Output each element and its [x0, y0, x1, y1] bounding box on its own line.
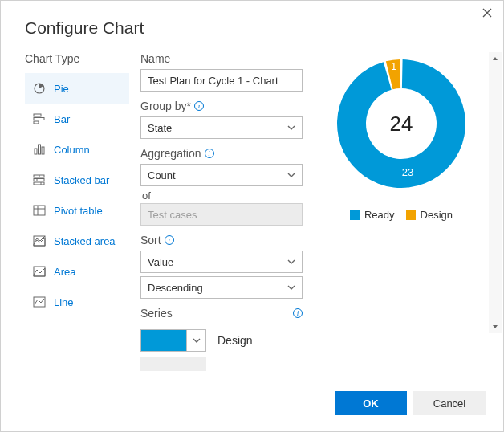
stacked-bar-icon	[33, 173, 46, 186]
chart-type-pivot-table[interactable]: Pivot table	[25, 195, 129, 226]
donut-slice-label: 23	[402, 166, 413, 178]
svg-rect-18	[34, 297, 45, 307]
chart-type-label-text: Column	[54, 144, 90, 156]
chart-type-label-text: Bar	[54, 113, 70, 125]
chart-type-bar[interactable]: Bar	[25, 104, 129, 134]
vertical-scrollbar[interactable]	[489, 52, 502, 333]
chevron-down-icon	[287, 124, 295, 132]
chevron-down-icon	[287, 283, 295, 291]
chart-type-label-text: Area	[54, 266, 75, 278]
series-color-select[interactable]	[140, 329, 206, 352]
chart-type-label-text: Line	[54, 296, 74, 308]
chevron-down-icon	[287, 171, 295, 179]
of-field-disabled: Test cases	[140, 203, 303, 226]
info-icon[interactable]: i	[293, 308, 303, 318]
svg-rect-13	[34, 206, 45, 215]
of-label: of	[142, 190, 303, 202]
chart-type-label-text: Pie	[54, 83, 69, 95]
column-icon	[33, 143, 46, 156]
scroll-track[interactable]	[489, 65, 502, 320]
chevron-down-icon	[186, 330, 205, 351]
svg-rect-6	[42, 147, 44, 154]
chart-config-form: Name Test Plan for Cycle 1 - Chart Group…	[140, 52, 303, 381]
svg-rect-2	[34, 118, 44, 120]
legend-swatch	[406, 210, 416, 220]
bar-icon	[33, 112, 46, 125]
sort-field-select[interactable]: Value	[140, 251, 303, 273]
info-icon[interactable]: i	[194, 101, 204, 111]
chart-type-area[interactable]: Area	[25, 256, 129, 287]
chart-type-stacked-area[interactable]: Stacked area	[25, 226, 129, 256]
donut-slice-label: 1	[391, 60, 396, 72]
series-item: Design	[140, 329, 303, 352]
dialog-title: Configure Chart	[1, 1, 503, 52]
svg-rect-1	[34, 114, 41, 116]
chart-type-stacked-bar[interactable]: Stacked bar	[25, 165, 129, 195]
series-name: Design	[217, 334, 253, 347]
svg-rect-5	[39, 145, 41, 154]
close-button[interactable]	[479, 6, 495, 22]
dialog-footer: OK Cancel	[1, 381, 503, 431]
cancel-button[interactable]: Cancel	[413, 391, 486, 415]
sort-label: Sort i	[140, 234, 303, 247]
svg-rect-11	[34, 182, 44, 185]
legend-item-design: Design	[406, 209, 453, 221]
svg-rect-4	[35, 149, 37, 154]
group-by-select[interactable]: State	[140, 116, 303, 139]
svg-rect-3	[34, 121, 39, 124]
chart-legend: Ready Design	[320, 209, 482, 221]
chart-type-column[interactable]: Column	[25, 134, 129, 165]
chart-type-sidebar: Chart Type Pie Bar	[25, 52, 129, 381]
chart-preview: 231 24 Ready Design	[314, 52, 503, 381]
color-swatch	[141, 330, 186, 351]
chart-type-label-text: Stacked area	[54, 235, 116, 247]
aggregation-label: Aggregation i	[140, 147, 303, 160]
legend-item-ready: Ready	[350, 209, 395, 221]
chart-type-pie[interactable]: Pie	[25, 73, 129, 104]
chart-type-line[interactable]: Line	[25, 287, 129, 317]
svg-rect-9	[34, 179, 44, 181]
pivot-table-icon	[33, 204, 46, 217]
configure-chart-dialog: Configure Chart Chart Type Pie Bar	[1, 1, 503, 431]
chevron-down-icon	[287, 258, 295, 266]
name-label: Name	[140, 52, 303, 65]
legend-swatch	[350, 210, 360, 220]
chart-type-list: Pie Bar Column	[25, 73, 129, 317]
info-icon[interactable]: i	[205, 149, 214, 158]
sort-order-select[interactable]: Descending	[140, 276, 303, 299]
ok-button[interactable]: OK	[335, 391, 407, 415]
scroll-down-icon[interactable]	[489, 320, 502, 333]
stacked-area-icon	[33, 234, 46, 247]
pie-icon	[33, 82, 46, 95]
line-icon	[33, 295, 46, 308]
scroll-up-icon[interactable]	[489, 52, 502, 65]
chart-type-label-text: Pivot table	[54, 205, 103, 217]
group-by-label: Group by* i	[140, 100, 303, 112]
close-icon	[482, 8, 492, 20]
donut-chart: 231	[333, 55, 469, 192]
info-icon[interactable]: i	[165, 235, 174, 245]
series-item-placeholder	[140, 357, 206, 371]
aggregation-select[interactable]: Count	[140, 164, 303, 186]
area-icon	[33, 265, 46, 278]
chart-type-label-text: Stacked bar	[54, 174, 109, 186]
chart-type-label: Chart Type	[25, 52, 129, 65]
name-input[interactable]: Test Plan for Cycle 1 - Chart	[140, 69, 303, 92]
series-label: Series	[140, 307, 173, 320]
